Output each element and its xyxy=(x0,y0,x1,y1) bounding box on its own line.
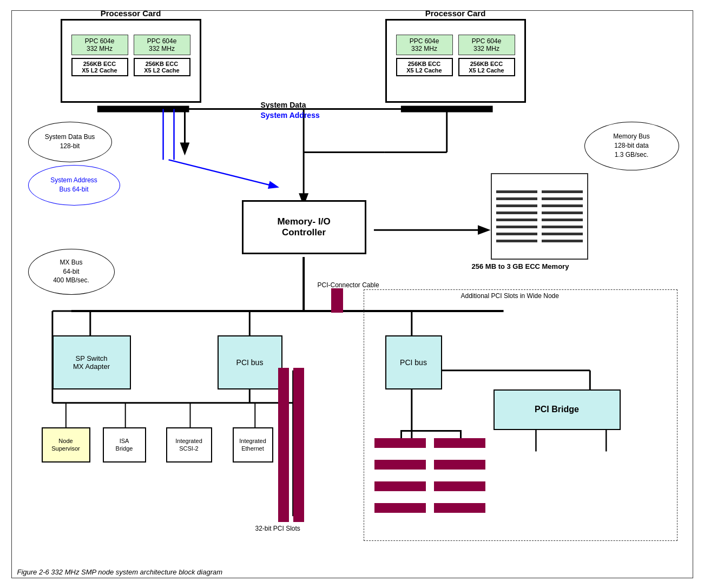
system-address-bus-ellipse: System Address Bus 64-bit xyxy=(28,165,120,206)
cache-right-1: 256KB ECC X5 L2 Cache xyxy=(396,58,453,76)
isa-bridge-box: ISA Bridge xyxy=(103,427,146,463)
cpu-left-1: PPC 604e 332 MHz xyxy=(71,35,128,55)
svg-rect-1 xyxy=(400,105,492,112)
memory-bus-ellipse: Memory Bus 128-bit data 1.3 GB/sec. xyxy=(584,122,679,170)
mx-bus-ellipse: MX Bus 64-bit 400 MB/sec. xyxy=(28,249,115,295)
memory-size-label: 256 MB to 3 GB ECC Memory xyxy=(472,262,569,270)
pci-bridge: PCI Bridge xyxy=(494,389,621,430)
cache-left-2: 256KB ECC X5 L2 Cache xyxy=(134,58,190,76)
proc-card-right-title: Processor Card xyxy=(387,9,524,18)
additional-pci-label: Additional PCI Slots in Wide Node xyxy=(461,292,559,300)
processor-card-right: Processor Card PPC 604e 332 MHz 256KB EC… xyxy=(385,19,526,103)
pci-bus-2-label: PCI bus xyxy=(400,358,427,367)
proc-card-left-title: Processor Card xyxy=(62,9,200,18)
pci-slot-r3-1 xyxy=(374,481,426,491)
pci-slot-r3-2 xyxy=(434,481,485,491)
pci-slot-r2-1 xyxy=(374,460,426,470)
node-supervisor-label: Node Supervisor xyxy=(51,437,80,453)
processor-card-left: Processor Card PPC 604e 332 MHz 256KB EC… xyxy=(61,19,201,103)
integrated-ethernet-label: Integrated Ethernet xyxy=(239,437,266,453)
integrated-scsi-label: Integrated SCSI-2 xyxy=(175,437,202,453)
pci-bus-2: PCI bus xyxy=(385,335,442,389)
pci-bus-1: PCI bus xyxy=(218,335,282,389)
bridge-connector-h xyxy=(400,430,462,432)
memory-bus-text: Memory Bus 128-bit data 1.3 GB/sec. xyxy=(613,132,649,159)
cache-left-1: 256KB ECC X5 L2 Cache xyxy=(71,58,128,76)
system-address-bus-text: System Address Bus 64-bit xyxy=(50,176,97,194)
pci-connector-label: PCI-Connector Cable xyxy=(318,281,379,289)
pci-slot-r2-2 xyxy=(434,460,485,470)
pci-slot-r1-2 xyxy=(434,438,485,448)
cpu-left-2: PPC 604e 332 MHz xyxy=(134,35,190,55)
cpu-right-2: PPC 604e 332 MHz xyxy=(458,35,515,55)
memory-io-controller: Memory- I/O Controller xyxy=(242,200,366,254)
pci-slot-r1-1 xyxy=(374,438,426,448)
cache-right-2: 256KB ECC X5 L2 Cache xyxy=(458,58,515,76)
memory-io-label: Memory- I/O Controller xyxy=(277,216,330,238)
integrated-ethernet-box: Integrated Ethernet xyxy=(233,427,273,463)
memory-bank-container xyxy=(491,173,588,260)
system-data-label: System Data xyxy=(261,101,306,109)
pci-slot-r4-1 xyxy=(374,503,426,513)
pci-32-slot-2 xyxy=(293,368,304,522)
pci-bus-1-label: PCI bus xyxy=(236,358,264,367)
pci-slot-r4-2 xyxy=(434,503,485,513)
pci-32-slots-label: 32-bit PCI Slots xyxy=(255,525,300,532)
node-supervisor-box: Node Supervisor xyxy=(42,427,90,463)
isa-bridge-label: ISA Bridge xyxy=(116,437,133,453)
sp-switch-adapter: SP Switch MX Adapter xyxy=(52,335,131,389)
pci-connector-block xyxy=(331,288,343,313)
figure-caption: Figure 2-6 332 MHz SMP node system archi… xyxy=(17,568,223,576)
svg-rect-0 xyxy=(97,105,189,112)
system-data-bus-ellipse: System Data Bus 128-bit xyxy=(28,122,112,162)
pci-32-slot-1 xyxy=(278,368,289,522)
system-data-bus-text: System Data Bus 128-bit xyxy=(45,133,95,151)
cpu-right-1: PPC 604e 332 MHz xyxy=(396,35,453,55)
mx-bus-text: MX Bus 64-bit 400 MB/sec. xyxy=(53,258,89,285)
integrated-scsi-box: Integrated SCSI-2 xyxy=(166,427,212,463)
sp-switch-label: SP Switch MX Adapter xyxy=(73,354,110,371)
svg-line-7 xyxy=(168,160,277,187)
system-address-label: System Address xyxy=(261,111,320,120)
pci-bridge-label: PCI Bridge xyxy=(535,405,579,414)
